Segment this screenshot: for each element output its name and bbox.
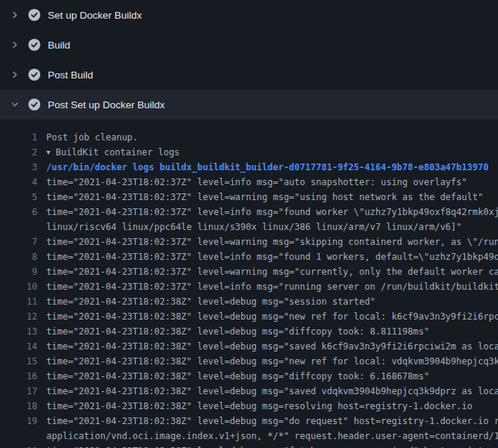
log-line: 10time="2021-04-23T18:02:37Z" level=info… [0, 279, 498, 294]
step-header-post-set-up-docker-buildx[interactable]: Post Set up Docker Buildx [0, 90, 498, 119]
step-header-set-up-docker-buildx[interactable]: Set up Docker Buildx [0, 0, 498, 30]
log-line: 11time="2021-04-23T18:02:38Z" level=debu… [0, 294, 498, 309]
chevron-down-icon [9, 99, 21, 111]
log-line: 16time="2021-04-23T18:02:38Z" level=debu… [0, 369, 498, 384]
log-text: time="2021-04-23T18:02:37Z" level=warnin… [37, 234, 498, 249]
line-number[interactable]: 11 [0, 294, 37, 309]
log-line: 6time="2021-04-23T18:02:37Z" level=info … [0, 205, 498, 220]
line-number[interactable]: 17 [0, 384, 37, 399]
line-number[interactable]: 2 [0, 145, 37, 160]
log-text: Post job cleanup. [37, 130, 498, 145]
line-number[interactable]: 5 [0, 190, 37, 205]
line-number[interactable]: 18 [0, 399, 37, 414]
log-line: 14time="2021-04-23T18:02:38Z" level=debu… [0, 339, 498, 354]
line-number[interactable]: 13 [0, 324, 37, 339]
group-disclosure-icon[interactable]: ▼ [46, 145, 50, 160]
line-number [0, 429, 37, 444]
log-text: time="2021-04-23T18:02:37Z" level=warnin… [37, 190, 498, 205]
line-number[interactable]: 15 [0, 354, 37, 369]
log-text: time="2021-04-23T18:02:38Z" level=debug … [37, 369, 498, 384]
log-line: 17time="2021-04-23T18:02:38Z" level=debu… [0, 384, 498, 399]
log-line: 8time="2021-04-23T18:02:37Z" level=info … [0, 249, 498, 264]
check-circle-icon [28, 99, 40, 111]
log-line: 4time="2021-04-23T18:02:37Z" level=info … [0, 175, 498, 190]
log-line: 12time="2021-04-23T18:02:38Z" level=debu… [0, 309, 498, 324]
line-number[interactable]: 6 [0, 205, 37, 220]
log-line: 2▼BuildKit container logs [0, 145, 498, 160]
line-number[interactable]: 20 [0, 444, 37, 448]
log-area: 1Post job cleanup.2▼BuildKit container l… [0, 119, 498, 448]
line-number[interactable]: 9 [0, 264, 37, 279]
line-number[interactable]: 1 [0, 130, 37, 145]
log-text: time="2021-04-23T18:02:38Z" level=debug … [37, 294, 498, 309]
step-header-post-build[interactable]: Post Build [0, 60, 498, 90]
log-line: 5time="2021-04-23T18:02:37Z" level=warni… [0, 190, 498, 205]
log-text: time="2021-04-23T18:02:38Z" level=debug … [37, 309, 498, 324]
log-text: time="2021-04-23T18:02:37Z" level=info m… [37, 175, 498, 190]
log-line: 18time="2021-04-23T18:02:38Z" level=debu… [0, 399, 498, 414]
chevron-right-icon [9, 9, 21, 21]
command-text: /usr/bin/docker logs buildx_buildkit_bui… [37, 160, 498, 175]
line-number[interactable]: 10 [0, 279, 37, 294]
step-label: Post Build [48, 69, 93, 81]
steps-list: Set up Docker BuildxBuildPost BuildPost … [0, 0, 498, 119]
log-group-toggle[interactable]: ▼BuildKit container logs [37, 145, 498, 160]
step-label: Build [48, 40, 70, 51]
line-number[interactable]: 4 [0, 175, 37, 190]
log-line: 3/usr/bin/docker logs buildx_buildkit_bu… [0, 160, 498, 175]
log-text: time="2021-04-23T18:02:37Z" level=info m… [37, 249, 498, 264]
chevron-right-icon [9, 39, 21, 51]
step-label: Post Set up Docker Buildx [48, 99, 165, 111]
log-line: 15time="2021-04-23T18:02:38Z" level=debu… [0, 354, 498, 369]
chevron-right-icon [9, 69, 21, 81]
step-header-build[interactable]: Build [0, 30, 498, 60]
actions-log-viewer: { "colors": { "background": "#161b22", "… [0, 0, 498, 448]
log-text: application/vnd.oci.image.index.v1+json,… [37, 429, 498, 444]
log-text: time="2021-04-23T18:02:38Z" level=debug … [37, 444, 498, 448]
log-text: time="2021-04-23T18:02:38Z" level=debug … [37, 399, 498, 414]
line-number[interactable]: 14 [0, 339, 37, 354]
line-number[interactable]: 8 [0, 249, 37, 264]
log-line: 7time="2021-04-23T18:02:37Z" level=warni… [0, 234, 498, 249]
group-label: BuildKit container logs [55, 147, 179, 158]
log-line: linux/riscv64 linux/ppc64le linux/s390x … [0, 220, 498, 234]
log-text: time="2021-04-23T18:02:38Z" level=debug … [37, 354, 498, 369]
check-circle-icon [28, 39, 40, 51]
line-number[interactable]: 3 [0, 160, 37, 175]
log-line: application/vnd.oci.image.index.v1+json,… [0, 429, 498, 444]
log-text: time="2021-04-23T18:02:38Z" level=debug … [37, 414, 498, 429]
check-circle-icon [28, 9, 40, 21]
line-number[interactable]: 19 [0, 414, 37, 429]
log-text: time="2021-04-23T18:02:37Z" level=info m… [37, 205, 498, 220]
log-line: 13time="2021-04-23T18:02:38Z" level=debu… [0, 324, 498, 339]
step-label: Set up Docker Buildx [48, 10, 142, 21]
log-text: time="2021-04-23T18:02:37Z" level=info m… [37, 279, 498, 294]
log-line: 20time="2021-04-23T18:02:38Z" level=debu… [0, 444, 498, 448]
log-line: 1Post job cleanup. [0, 130, 498, 145]
line-number[interactable]: 7 [0, 234, 37, 249]
log-line: 19time="2021-04-23T18:02:38Z" level=debu… [0, 414, 498, 429]
log-text: time="2021-04-23T18:02:38Z" level=debug … [37, 324, 498, 339]
line-number [0, 220, 37, 234]
line-number[interactable]: 12 [0, 309, 37, 324]
log-text: time="2021-04-23T18:02:38Z" level=debug … [37, 339, 498, 354]
log-text: time="2021-04-23T18:02:37Z" level=warnin… [37, 264, 498, 279]
log-text: time="2021-04-23T18:02:38Z" level=debug … [37, 384, 498, 399]
line-number[interactable]: 16 [0, 369, 37, 384]
log-line: 9time="2021-04-23T18:02:37Z" level=warni… [0, 264, 498, 279]
log-text: linux/riscv64 linux/ppc64le linux/s390x … [37, 220, 498, 234]
check-circle-icon [28, 69, 40, 81]
